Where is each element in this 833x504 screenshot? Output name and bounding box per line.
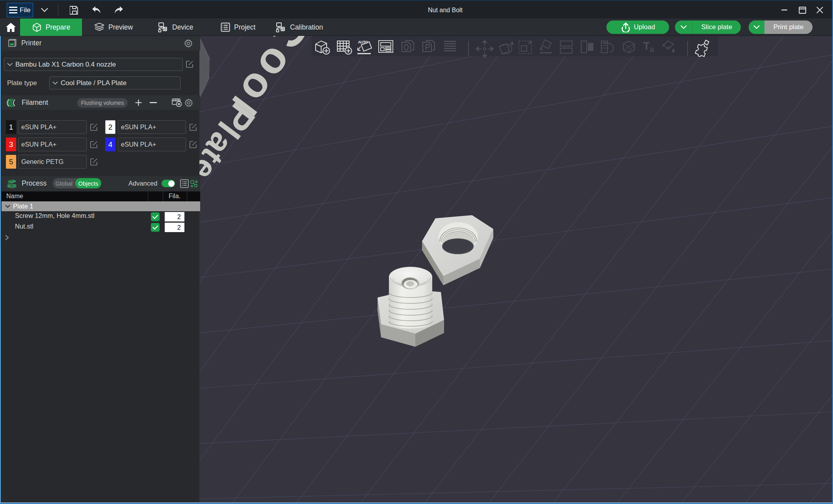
svg-text:AUTO: AUTO — [358, 40, 368, 44]
svg-text:T: T — [643, 40, 650, 52]
svg-text:a: a — [650, 45, 654, 54]
